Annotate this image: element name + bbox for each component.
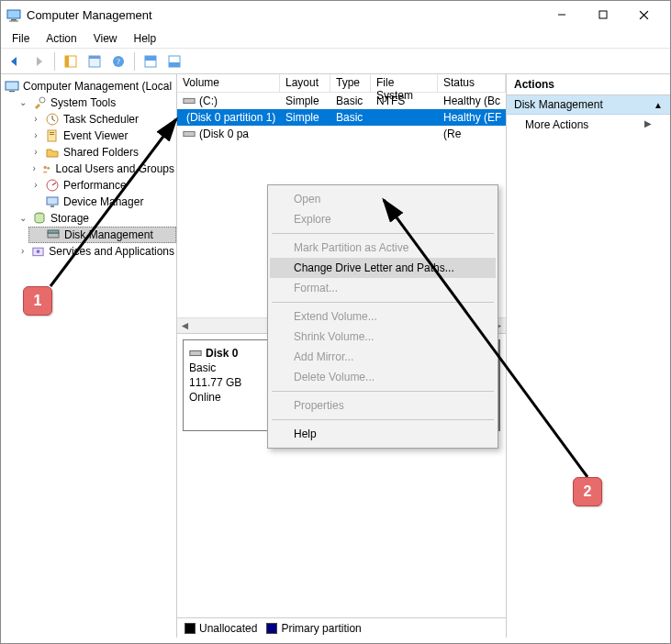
svg-rect-1	[11, 19, 17, 21]
cm-change-drive-letter[interactable]: Change Drive Letter and Paths...	[270, 258, 496, 278]
disk-status: Online	[189, 390, 263, 405]
cm-delete-volume[interactable]: Delete Volume...	[270, 367, 496, 387]
svg-text:?: ?	[117, 57, 120, 66]
tree-local-users[interactable]: ›Local Users and Groups	[28, 161, 176, 177]
computer-management-icon	[5, 79, 19, 94]
svg-point-24	[44, 166, 48, 170]
tree-label: Performance	[63, 177, 127, 194]
scroll-left-icon[interactable]: ◄	[177, 318, 193, 334]
chevron-right-icon: ▶	[644, 118, 652, 128]
tree-root[interactable]: Computer Management (Local	[3, 78, 176, 94]
cm-extend-volume[interactable]: Extend Volume...	[270, 306, 496, 327]
cm-open[interactable]: Open	[270, 189, 496, 209]
collapse-icon[interactable]: ⌄	[17, 94, 28, 111]
tree-shared-folders[interactable]: ›Shared Folders	[28, 144, 176, 161]
cm-add-mirror[interactable]: Add Mirror...	[270, 347, 496, 367]
tree-services[interactable]: › Services and Applications	[16, 243, 176, 260]
col-layout[interactable]: Layout	[280, 74, 330, 92]
disk-type: Basic	[189, 361, 263, 375]
svg-rect-10	[89, 56, 100, 59]
cm-help[interactable]: Help	[270, 424, 496, 444]
menu-help[interactable]: Help	[127, 30, 164, 47]
users-icon	[41, 161, 51, 176]
cm-separator	[272, 419, 494, 420]
tree-event-viewer[interactable]: ›Event Viewer	[28, 128, 176, 144]
volume-row[interactable]: (C:) Simple Basic NTFS Healthy (Bc	[177, 93, 506, 109]
svg-rect-22	[50, 132, 54, 133]
context-menu: Open Explore Mark Partition as Active Ch…	[267, 184, 498, 449]
help-button[interactable]: ?	[108, 51, 129, 72]
cm-shrink-volume[interactable]: Shrink Volume...	[270, 327, 496, 347]
expand-icon[interactable]: ›	[17, 243, 28, 260]
svg-point-19	[39, 97, 45, 103]
clock-icon	[45, 112, 60, 127]
col-file-system[interactable]: File System	[371, 74, 438, 92]
expand-icon[interactable]: ›	[30, 177, 41, 194]
forward-button[interactable]	[28, 51, 49, 72]
volume-row-selected[interactable]: (Disk 0 partition 1) Simple Basic Health…	[177, 109, 506, 126]
legend: Unallocated Primary partition	[177, 617, 506, 638]
expand-icon[interactable]: ›	[30, 161, 38, 177]
actions-more[interactable]: More Actions ▶	[507, 115, 670, 135]
minimize-button[interactable]	[541, 2, 582, 28]
volume-row[interactable]: (Disk 0 pa (Re	[177, 126, 506, 142]
svg-rect-27	[47, 197, 58, 205]
tree-task-scheduler[interactable]: ›Task Scheduler	[28, 111, 176, 128]
tree-performance[interactable]: ›Performance	[28, 177, 176, 194]
cm-explore[interactable]: Explore	[270, 209, 496, 229]
view-bottom-button[interactable]	[164, 51, 185, 72]
tree-disk-management[interactable]: Disk Management	[28, 227, 176, 243]
svg-rect-37	[190, 350, 201, 355]
tree-label: Services and Applications	[49, 243, 174, 260]
svg-rect-34	[184, 98, 195, 103]
expand-icon[interactable]: ›	[30, 111, 41, 128]
col-type[interactable]: Type	[330, 74, 371, 92]
disk-info[interactable]: Disk 0 Basic 111.77 GB Online	[183, 339, 269, 431]
svg-rect-23	[50, 134, 54, 135]
svg-rect-31	[48, 230, 59, 233]
device-manager-icon	[45, 194, 60, 209]
menu-view[interactable]: View	[86, 30, 125, 47]
actions-more-label: More Actions	[525, 118, 588, 131]
svg-rect-16	[169, 62, 180, 67]
svg-rect-4	[599, 11, 607, 18]
col-volume[interactable]: Volume	[177, 74, 280, 92]
actions-selected[interactable]: Disk Management ▲	[507, 95, 670, 115]
tree-device-manager[interactable]: Device Manager	[28, 194, 176, 210]
view-top-button[interactable]	[140, 51, 161, 72]
collapse-icon[interactable]: ⌄	[17, 210, 28, 227]
cm-properties[interactable]: Properties	[270, 395, 496, 416]
cm-separator	[272, 233, 494, 234]
tree-label: Shared Folders	[63, 144, 139, 161]
volume-layout: Simple	[280, 94, 330, 108]
expand-icon[interactable]: ›	[30, 144, 41, 161]
volume-type: Basic	[330, 110, 371, 125]
tree-storage[interactable]: ⌄ Storage	[16, 210, 176, 227]
svg-rect-8	[65, 56, 69, 67]
close-button[interactable]	[623, 2, 665, 28]
collapse-icon[interactable]: ▲	[654, 100, 663, 110]
console-tree[interactable]: Computer Management (Local ⌄ System Tool…	[1, 74, 177, 638]
svg-point-33	[37, 250, 40, 253]
disk-label-text: Disk 0	[206, 346, 238, 361]
toolbar: ?	[1, 49, 670, 74]
properties-button[interactable]	[84, 51, 105, 72]
back-button[interactable]	[5, 51, 25, 72]
col-status[interactable]: Status	[438, 74, 506, 92]
tree-label: Task Scheduler	[63, 111, 139, 128]
tree-label: Local Users and Groups	[56, 161, 174, 177]
svg-point-25	[48, 167, 50, 170]
tools-icon	[32, 95, 47, 110]
actions-selected-label: Disk Management	[514, 98, 603, 111]
cm-format[interactable]: Format...	[270, 278, 496, 298]
maximize-button[interactable]	[582, 2, 623, 28]
tree-system-tools[interactable]: ⌄ System Tools	[16, 94, 176, 111]
expand-icon[interactable]: ›	[30, 128, 41, 144]
cm-mark-active[interactable]: Mark Partition as Active	[270, 238, 496, 258]
tree-root-label: Computer Management (Local	[23, 78, 172, 94]
menu-action[interactable]: Action	[39, 30, 84, 47]
menu-file[interactable]: File	[5, 30, 37, 47]
drive-icon	[183, 128, 196, 140]
volume-rows: (C:) Simple Basic NTFS Healthy (Bc (Disk…	[177, 93, 506, 142]
show-hide-tree-button[interactable]	[61, 51, 81, 72]
